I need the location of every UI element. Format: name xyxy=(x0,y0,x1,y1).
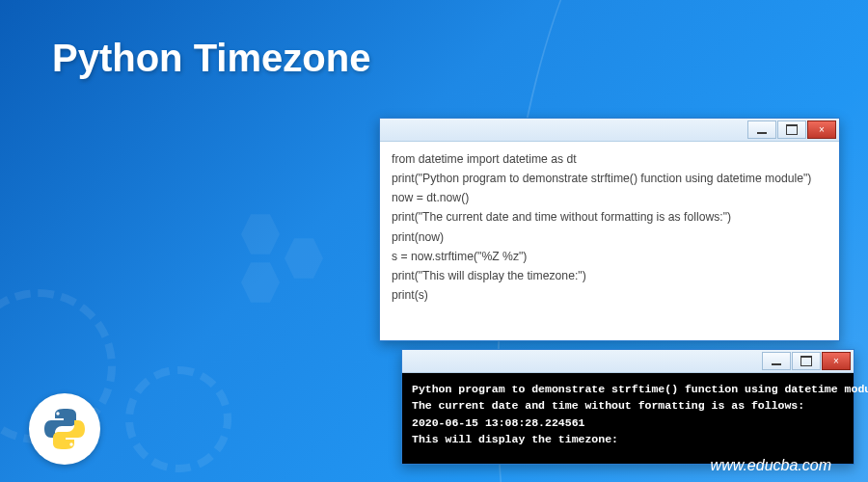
python-logo-badge xyxy=(29,393,100,465)
terminal-line: This will display the timezone: xyxy=(412,433,618,445)
window-maximize-button[interactable] xyxy=(777,120,806,139)
code-editor-window: × from datetime import datetime as dt pr… xyxy=(379,118,840,341)
terminal-window: × Python program to demonstrate strftime… xyxy=(401,349,854,465)
code-line: print("Python program to demonstrate str… xyxy=(392,172,811,185)
footer-url: www.educba.com xyxy=(711,457,831,474)
bg-hex-icon xyxy=(241,212,280,256)
terminal-line: 2020-06-15 13:08:28.224561 xyxy=(412,416,584,429)
terminal-body[interactable]: Python program to demonstrate strftime()… xyxy=(402,373,854,464)
python-logo-icon xyxy=(41,406,88,452)
window-minimize-button[interactable] xyxy=(762,352,791,370)
code-line: print("The current date and time without… xyxy=(392,210,731,224)
window-minimize-button[interactable] xyxy=(747,120,776,139)
code-line: print(s) xyxy=(392,288,428,302)
window-titlebar[interactable]: × xyxy=(380,119,839,142)
code-editor-body[interactable]: from datetime import datetime as dt prin… xyxy=(380,142,839,312)
code-line: print("This will display the timezone:") xyxy=(392,269,586,282)
terminal-line: Python program to demonstrate strftime()… xyxy=(412,383,868,395)
terminal-line: The current date and time without format… xyxy=(412,399,804,412)
bg-hex-icon xyxy=(285,236,323,281)
bg-gear-icon xyxy=(125,366,231,472)
code-line: s = now.strftime("%Z %z") xyxy=(392,250,527,263)
code-line: from datetime import datetime as dt xyxy=(392,152,577,166)
window-titlebar[interactable]: × xyxy=(402,350,854,373)
svg-point-0 xyxy=(56,412,59,415)
code-line: now = dt.now() xyxy=(392,191,469,204)
window-close-button[interactable]: × xyxy=(807,120,836,139)
window-maximize-button[interactable] xyxy=(792,352,821,370)
svg-point-1 xyxy=(69,442,72,445)
page-title: Python Timezone xyxy=(52,37,370,80)
bg-hex-icon xyxy=(241,260,280,305)
code-line: print(now) xyxy=(392,230,444,244)
window-close-button[interactable]: × xyxy=(822,352,851,370)
